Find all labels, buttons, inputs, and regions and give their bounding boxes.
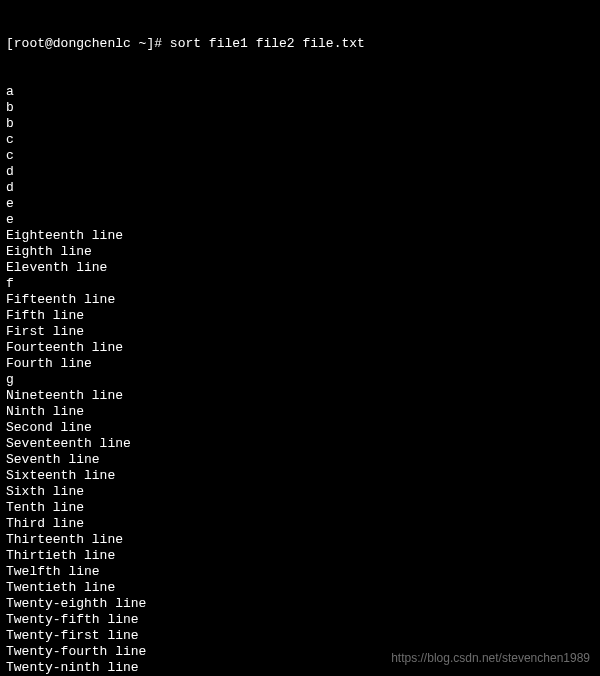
command-line: [root@dongchenlc ~]# sort file1 file2 fi… [6, 36, 594, 52]
output-line: Seventh line [6, 452, 594, 468]
output-line: e [6, 212, 594, 228]
shell-prompt: [root@dongchenlc ~]# [6, 36, 170, 52]
output-line: Sixth line [6, 484, 594, 500]
output-line: d [6, 180, 594, 196]
output-line: c [6, 148, 594, 164]
output-line: Third line [6, 516, 594, 532]
output-line: Twentieth line [6, 580, 594, 596]
output-line: Eleventh line [6, 260, 594, 276]
output-line: a [6, 84, 594, 100]
output-line: Eighth line [6, 244, 594, 260]
output-line: Thirtieth line [6, 548, 594, 564]
terminal-window[interactable]: [root@dongchenlc ~]# sort file1 file2 fi… [6, 4, 594, 676]
output-line: Seventeenth line [6, 436, 594, 452]
output-line: Twenty-fifth line [6, 612, 594, 628]
output-line: Twenty-eighth line [6, 596, 594, 612]
output-line: e [6, 196, 594, 212]
output-line: g [6, 372, 594, 388]
output-line: Fifteenth line [6, 292, 594, 308]
output-line: Twelfth line [6, 564, 594, 580]
command-text: sort file1 file2 file.txt [170, 36, 365, 52]
output-line: Nineteenth line [6, 388, 594, 404]
output-line: b [6, 116, 594, 132]
output-line: d [6, 164, 594, 180]
output-line: Eighteenth line [6, 228, 594, 244]
output-line: c [6, 132, 594, 148]
output-line: b [6, 100, 594, 116]
output-line: Fourteenth line [6, 340, 594, 356]
watermark-text: https://blog.csdn.net/stevenchen1989 [391, 650, 590, 666]
output-line: f [6, 276, 594, 292]
terminal-output: abbccddeeEighteenth lineEighth lineEleve… [6, 84, 594, 676]
output-line: First line [6, 324, 594, 340]
output-line: Thirteenth line [6, 532, 594, 548]
output-line: Twenty-first line [6, 628, 594, 644]
output-line: Fourth line [6, 356, 594, 372]
output-line: Sixteenth line [6, 468, 594, 484]
output-line: Ninth line [6, 404, 594, 420]
output-line: Tenth line [6, 500, 594, 516]
output-line: Second line [6, 420, 594, 436]
output-line: Fifth line [6, 308, 594, 324]
